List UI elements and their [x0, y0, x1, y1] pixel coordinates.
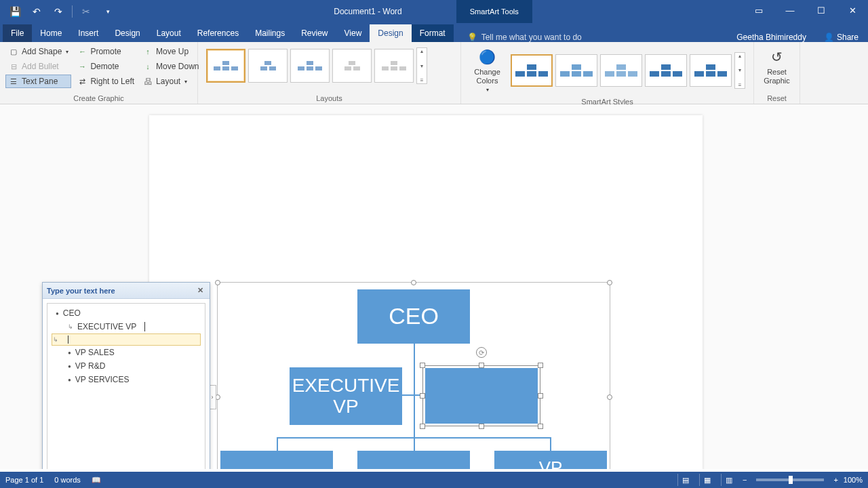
status-words[interactable]: 0 words [54, 476, 81, 485]
list-item[interactable]: ●CEO [52, 306, 201, 320]
text-cursor-icon [144, 322, 145, 331]
tab-design-doc[interactable]: Design [106, 24, 148, 42]
resize-handle[interactable] [479, 363, 484, 368]
change-colors-button[interactable]: 🔵 Change Colors ▾ [467, 45, 508, 96]
bullet-icon: ● [68, 377, 71, 383]
view-read-icon[interactable]: ▤ [677, 474, 694, 486]
tab-review[interactable]: Review [293, 24, 336, 42]
resize-handle[interactable] [538, 393, 543, 399]
resize-handle[interactable] [411, 280, 416, 285]
tab-mailings[interactable]: Mailings [247, 24, 293, 42]
move-up-button[interactable]: ↑Move Up [140, 45, 201, 58]
resize-handle[interactable] [479, 424, 484, 429]
resize-handle[interactable] [607, 394, 612, 400]
right-to-left-button[interactable]: ⇄Right to Left [74, 75, 137, 88]
zoom-slider[interactable] [756, 479, 824, 481]
tell-me-placeholder: Tell me what you want to do [481, 33, 582, 42]
style-gallery[interactable]: ▴▾≡ [508, 45, 748, 96]
list-item[interactable]: ↳EXECUTIVE VP [52, 320, 201, 333]
style-thumb-5[interactable] [690, 54, 732, 87]
org-node-exec-vp[interactable]: EXECUTIVE VP [290, 367, 402, 425]
resize-handle[interactable] [420, 393, 425, 399]
context-tab-label: SmartArt Tools [456, 0, 532, 23]
zoom-thumb[interactable] [789, 476, 793, 484]
add-shape-button[interactable]: ▢Add Shape ▾ [5, 45, 71, 58]
promote-icon: ← [77, 46, 87, 57]
text-pane-close-icon[interactable]: ✕ [195, 285, 205, 296]
layout-thumb-3[interactable] [290, 49, 330, 83]
cut-icon[interactable]: ✂ [75, 1, 97, 22]
minimize-icon[interactable]: — [774, 0, 806, 20]
share-label: Share [837, 33, 859, 42]
ribbon-tabs: File Home Insert Design Layout Reference… [0, 23, 868, 42]
close-icon[interactable]: ✕ [837, 0, 868, 20]
tab-home[interactable]: Home [32, 24, 70, 42]
text-pane-list[interactable]: ●CEO ↳EXECUTIVE VP ↳ ●VP SALES ●VP R&D ●… [47, 303, 205, 469]
shape-selection[interactable]: ⟳ [422, 365, 540, 426]
org-node-vp-sales[interactable]: VP SALES [220, 451, 333, 469]
tab-smartart-design[interactable]: Design [370, 24, 411, 42]
layout-thumb-5[interactable] [374, 49, 414, 83]
style-thumb-3[interactable] [600, 54, 642, 87]
zoom-out-icon[interactable]: − [743, 476, 747, 484]
resize-handle[interactable] [538, 424, 543, 429]
connector-line [277, 437, 278, 452]
list-item[interactable]: ●VP SERVICES [52, 373, 201, 386]
connector-line [550, 437, 551, 452]
save-icon[interactable]: 💾 [4, 1, 26, 22]
tab-smartart-format[interactable]: Format [412, 24, 454, 42]
undo-icon[interactable]: ↶ [26, 1, 47, 22]
smartart-frame[interactable]: › CEO EXECUTIVE VP VP SALES VP R&D VP SE… [217, 282, 610, 469]
org-node-vp-services[interactable]: VP SERVICES [494, 451, 607, 469]
redo-icon[interactable]: ↷ [47, 1, 69, 22]
text-pane-header[interactable]: Type your text here ✕ [43, 283, 210, 299]
list-item[interactable]: ●VP SALES [52, 346, 201, 359]
tell-me-search[interactable]: 💡 Tell me what you want to do [454, 33, 729, 42]
ribbon-options-icon[interactable]: ▭ [743, 0, 774, 20]
style-thumb-4[interactable] [645, 54, 687, 87]
org-node-ceo[interactable]: CEO [357, 289, 470, 344]
demote-button[interactable]: →Demote [74, 60, 137, 73]
text-pane-body: ●CEO ↳EXECUTIVE VP ↳ ●VP SALES ●VP R&D ●… [43, 299, 210, 469]
list-item[interactable]: ●VP R&D [52, 359, 201, 373]
resize-handle[interactable] [538, 363, 543, 368]
zoom-in-icon[interactable]: + [833, 476, 837, 484]
add-bullet-icon: ⊟ [8, 61, 19, 72]
layout-thumb-1[interactable] [206, 49, 245, 83]
layout-button[interactable]: 品Layout ▾ [140, 75, 201, 88]
org-node-vp-rd[interactable]: VP R&D [357, 451, 470, 469]
status-proofing-icon[interactable]: 📖 [92, 476, 101, 485]
promote-button[interactable]: ←Promote [74, 45, 137, 58]
resize-handle[interactable] [420, 363, 425, 368]
view-print-icon[interactable]: ▦ [699, 474, 715, 486]
account-name[interactable]: Geetha Bhimireddy [728, 33, 814, 42]
resize-handle[interactable] [607, 280, 612, 285]
style-thumb-2[interactable] [555, 54, 597, 87]
move-down-button[interactable]: ↓Move Down [140, 60, 201, 73]
tab-insert[interactable]: Insert [70, 24, 106, 42]
layout-gallery[interactable]: ▴▾≡ [203, 45, 455, 87]
status-page[interactable]: Page 1 of 1 [5, 476, 43, 485]
text-pane[interactable]: Type your text here ✕ ●CEO ↳EXECUTIVE VP… [42, 282, 210, 469]
layout-gallery-more[interactable]: ▴▾≡ [416, 47, 427, 84]
layout-thumb-4[interactable] [332, 49, 372, 83]
layout-thumb-2[interactable] [248, 49, 288, 83]
style-gallery-more[interactable]: ▴▾≡ [734, 52, 745, 89]
zoom-level[interactable]: 100% [844, 476, 863, 484]
tab-file[interactable]: File [3, 24, 32, 42]
rotate-handle[interactable]: ⟳ [476, 347, 487, 358]
qat-customize-icon[interactable]: ▾ [97, 1, 119, 22]
reset-graphic-button[interactable]: ↺ Reset Graphic [760, 45, 794, 88]
demote-icon: → [77, 61, 87, 72]
maximize-icon[interactable]: ☐ [806, 0, 837, 20]
resize-handle[interactable] [215, 280, 220, 285]
text-pane-button[interactable]: ☰Text Pane [5, 75, 71, 88]
share-button[interactable]: 👤 Share [814, 33, 868, 42]
view-web-icon[interactable]: ▥ [721, 474, 737, 486]
tab-layout[interactable]: Layout [149, 24, 189, 42]
style-thumb-1[interactable] [511, 54, 553, 87]
resize-handle[interactable] [420, 424, 425, 429]
list-item-selected[interactable]: ↳ [52, 333, 201, 346]
tab-references[interactable]: References [189, 24, 247, 42]
tab-view[interactable]: View [336, 24, 370, 42]
